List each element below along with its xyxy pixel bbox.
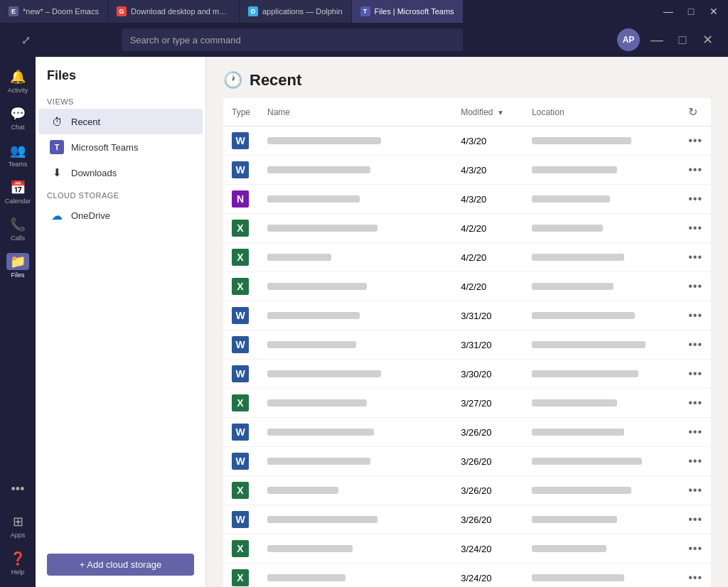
table-row[interactable]: W 3/26/20 ••• xyxy=(223,447,711,476)
minimize-button[interactable]: — xyxy=(660,6,677,17)
table-row[interactable]: X 4/2/20 ••• xyxy=(223,214,711,243)
more-options-button[interactable]: ••• xyxy=(688,571,702,583)
nav-item-files[interactable]: 📁 Files xyxy=(1,247,35,284)
nav-item-chat[interactable]: 💬 Chat xyxy=(1,99,35,136)
table-row[interactable]: W 3/26/20 ••• xyxy=(223,418,711,447)
table-row[interactable]: X 3/24/20 ••• xyxy=(223,564,711,588)
file-actions-cell[interactable]: ••• xyxy=(680,564,711,588)
sidebar-item-downloads[interactable]: ⬇ Downloads xyxy=(38,160,203,185)
table-row[interactable]: X 4/2/20 ••• xyxy=(223,243,711,272)
file-actions-cell[interactable]: ••• xyxy=(680,418,711,447)
col-name-header[interactable]: Name xyxy=(259,98,452,126)
nav-item-calls[interactable]: 📞 Calls xyxy=(1,210,35,247)
file-name-cell[interactable] xyxy=(259,126,452,156)
file-actions-cell[interactable]: ••• xyxy=(680,126,711,156)
nav-item-more[interactable]: ••• xyxy=(1,470,35,507)
table-row[interactable]: W 4/3/20 ••• xyxy=(223,156,711,185)
sidebar-item-teams[interactable]: T Microsoft Teams xyxy=(38,134,203,160)
titlebar-tab-chrome[interactable]: G Download desktop and mobile app... xyxy=(108,0,240,23)
file-actions-cell[interactable]: ••• xyxy=(680,534,711,564)
file-name-cell[interactable] xyxy=(259,505,452,534)
file-actions-cell[interactable]: ••• xyxy=(680,156,711,185)
expand-icon[interactable]: ⤢ xyxy=(21,33,31,47)
maximize-button[interactable]: □ xyxy=(682,6,700,17)
search-box[interactable]: Search or type a command xyxy=(122,28,463,51)
file-actions-cell[interactable]: ••• xyxy=(680,214,711,243)
file-actions-cell[interactable]: ••• xyxy=(680,185,711,214)
titlebar-tab-dolphin[interactable]: D applications — Dolphin xyxy=(240,0,352,23)
table-row[interactable]: W 3/30/20 ••• xyxy=(223,360,711,389)
file-actions-cell[interactable]: ••• xyxy=(680,330,711,360)
sidebar-item-onedrive[interactable]: ☁ OneDrive xyxy=(38,203,203,228)
table-row[interactable]: N 4/3/20 ••• xyxy=(223,185,711,214)
file-name-cell[interactable] xyxy=(259,156,452,185)
window-controls[interactable]: — □ ✕ xyxy=(654,6,728,17)
file-name-cell[interactable] xyxy=(259,185,452,214)
refresh-icon[interactable]: ↻ xyxy=(688,106,697,118)
file-actions-cell[interactable]: ••• xyxy=(680,272,711,301)
maximize-topbar-button[interactable]: □ xyxy=(674,33,691,48)
file-name-cell[interactable] xyxy=(259,418,452,447)
file-type-cell: X xyxy=(223,214,259,243)
add-cloud-storage-button[interactable]: + Add cloud storage xyxy=(47,554,194,576)
file-actions-cell[interactable]: ••• xyxy=(680,389,711,418)
more-options-button[interactable]: ••• xyxy=(688,426,702,438)
table-row[interactable]: W 3/31/20 ••• xyxy=(223,301,711,330)
more-options-button[interactable]: ••• xyxy=(688,251,702,263)
more-options-button[interactable]: ••• xyxy=(688,484,702,496)
file-name-cell[interactable] xyxy=(259,476,452,505)
calendar-icon: 📅 xyxy=(6,179,29,196)
more-options-button[interactable]: ••• xyxy=(688,193,702,205)
file-actions-cell[interactable]: ••• xyxy=(680,447,711,476)
file-name-cell[interactable] xyxy=(259,330,452,360)
table-row[interactable]: W 3/26/20 ••• xyxy=(223,505,711,534)
more-options-button[interactable]: ••• xyxy=(688,280,702,292)
file-name-cell[interactable] xyxy=(259,272,452,301)
file-name-cell[interactable] xyxy=(259,214,452,243)
more-options-button[interactable]: ••• xyxy=(688,222,702,234)
file-name-cell[interactable] xyxy=(259,360,452,389)
table-row[interactable]: W 4/3/20 ••• xyxy=(223,126,711,156)
nav-item-teams[interactable]: 👥 Teams xyxy=(1,136,35,173)
table-row[interactable]: X 4/2/20 ••• xyxy=(223,272,711,301)
nav-item-calendar[interactable]: 📅 Calendar xyxy=(1,173,35,210)
avatar[interactable]: AP xyxy=(617,28,640,51)
more-options-button[interactable]: ••• xyxy=(688,163,702,176)
file-actions-cell[interactable]: ••• xyxy=(680,360,711,389)
table-row[interactable]: W 3/31/20 ••• xyxy=(223,330,711,360)
file-actions-cell[interactable]: ••• xyxy=(680,476,711,505)
close-topbar-button[interactable]: ✕ xyxy=(700,32,717,48)
more-options-button[interactable]: ••• xyxy=(688,367,702,379)
file-name-cell[interactable] xyxy=(259,564,452,588)
nav-item-activity[interactable]: 🔔 Activity xyxy=(1,63,35,99)
file-actions-cell[interactable]: ••• xyxy=(680,243,711,272)
titlebar-tab-teams[interactable]: T Files | Microsoft Teams xyxy=(352,0,464,23)
table-row[interactable]: X 3/27/20 ••• xyxy=(223,389,711,418)
topbar-right: AP — □ ✕ xyxy=(617,28,717,51)
more-options-button[interactable]: ••• xyxy=(688,338,702,350)
more-options-button[interactable]: ••• xyxy=(688,513,702,525)
more-options-button[interactable]: ••• xyxy=(688,397,702,409)
nav-item-apps[interactable]: ⊞ Apps xyxy=(1,507,35,544)
more-options-button[interactable]: ••• xyxy=(688,134,702,146)
more-options-button[interactable]: ••• xyxy=(688,542,702,554)
more-options-button[interactable]: ••• xyxy=(688,309,702,321)
titlebar-tab-emacs[interactable]: E *new* – Doom Emacs xyxy=(0,0,108,23)
more-options-button[interactable]: ••• xyxy=(688,455,702,467)
file-modified-cell: 3/26/20 xyxy=(452,505,523,534)
close-button[interactable]: ✕ xyxy=(705,6,722,17)
table-row[interactable]: X 3/26/20 ••• xyxy=(223,476,711,505)
file-name-cell[interactable] xyxy=(259,534,452,564)
sidebar-item-recent[interactable]: ⏱ Recent xyxy=(38,109,203,134)
file-name-cell[interactable] xyxy=(259,243,452,272)
file-name-cell[interactable] xyxy=(259,301,452,330)
file-name-cell[interactable] xyxy=(259,447,452,476)
file-actions-cell[interactable]: ••• xyxy=(680,301,711,330)
file-actions-cell[interactable]: ••• xyxy=(680,505,711,534)
table-row[interactable]: X 3/24/20 ••• xyxy=(223,534,711,564)
col-modified-header[interactable]: Modified ▼ xyxy=(452,98,523,126)
file-name-cell[interactable] xyxy=(259,389,452,418)
left-nav: 🔔 Activity 💬 Chat 👥 Teams 📅 Calendar 📞 C… xyxy=(0,57,36,587)
nav-item-help[interactable]: ❓ Help xyxy=(1,544,35,581)
minimize-topbar-button[interactable]: — xyxy=(648,33,665,48)
